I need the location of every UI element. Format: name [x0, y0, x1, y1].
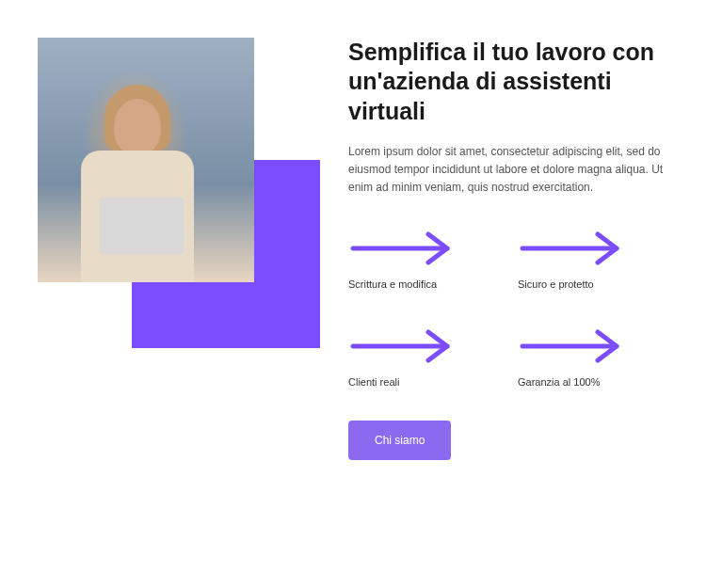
page-heading: Semplifica il tuo lavoro con un'azienda …	[348, 38, 668, 126]
feature-item: Clienti reali	[348, 327, 499, 388]
feature-label: Sicuro e protetto	[518, 278, 668, 290]
feature-label: Clienti reali	[348, 376, 499, 388]
feature-item: Scrittura e modifica	[348, 230, 499, 290]
feature-label: Scrittura e modifica	[348, 278, 499, 290]
feature-label: Garanzia al 100%	[518, 376, 668, 388]
arrow-right-icon	[518, 230, 631, 267]
features-grid: Scrittura e modifica Sicuro e protetto	[348, 230, 668, 388]
hero-photo	[38, 38, 254, 282]
feature-item: Sicuro e protetto	[518, 230, 668, 290]
about-us-button[interactable]: Chi siamo	[348, 421, 451, 460]
arrow-right-icon	[518, 327, 631, 365]
arrow-right-icon	[348, 327, 461, 365]
main-container: Semplifica il tuo lavoro con un'azienda …	[0, 0, 706, 488]
arrow-right-icon	[348, 230, 461, 267]
content-section: Semplifica il tuo lavoro con un'azienda …	[348, 38, 668, 460]
feature-item: Garanzia al 100%	[518, 327, 668, 388]
image-section	[38, 38, 301, 460]
page-description: Lorem ipsum dolor sit amet, consectetur …	[348, 143, 668, 198]
